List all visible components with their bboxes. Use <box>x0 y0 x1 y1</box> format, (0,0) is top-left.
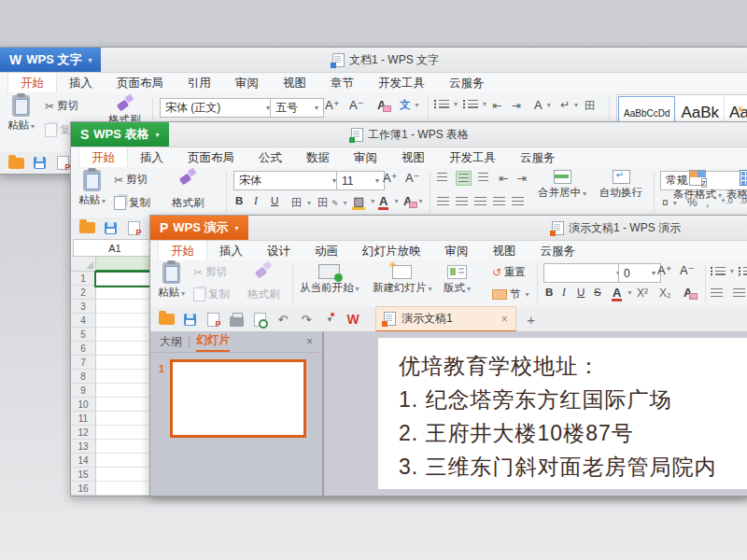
paste-button[interactable]: 粘贴 <box>7 95 35 133</box>
writer-ribbon-tab[interactable]: 引用 <box>176 73 223 93</box>
sheet-ribbon-tab[interactable]: 审阅 <box>342 147 389 168</box>
number-list-button[interactable] <box>463 99 486 108</box>
writer-app-button[interactable]: W WPS 文字 ▾ <box>0 48 101 72</box>
clear-format-button[interactable]: A <box>375 98 388 112</box>
sheet-ribbon-tab[interactable]: 开始 <box>78 147 128 168</box>
writer-ribbon-tab[interactable]: 视图 <box>271 73 318 93</box>
sheet-ribbon-tab[interactable]: 插入 <box>128 147 176 168</box>
open-folder-button[interactable] <box>158 311 175 328</box>
format-painter-button[interactable]: 格式刷 <box>172 196 204 210</box>
writer-ribbon-tab[interactable]: 云服务 <box>437 73 497 93</box>
row-header[interactable]: 16 <box>71 482 96 496</box>
section-button[interactable]: 节 <box>492 287 529 301</box>
row-header[interactable]: 3 <box>71 300 96 314</box>
paragraph-mark-button[interactable]: ↵ <box>560 98 578 111</box>
subscript-button[interactable]: X₂ <box>659 287 671 300</box>
pane-close-icon[interactable]: × <box>306 335 313 348</box>
align-left-button[interactable] <box>437 197 449 206</box>
save-button[interactable] <box>102 219 119 236</box>
conditional-format-button[interactable]: 条件格式 <box>673 170 722 202</box>
writer-ribbon-tab[interactable]: 审阅 <box>223 73 271 93</box>
writer-ribbon-tab[interactable]: 开发工具 <box>366 73 437 93</box>
writer-ribbon-tab[interactable]: 插入 <box>57 73 105 93</box>
open-folder-button[interactable] <box>78 219 95 236</box>
cut-button[interactable]: ✂ 剪切 <box>45 99 78 113</box>
row-header[interactable]: 13 <box>71 440 96 454</box>
sheet-ribbon-tab[interactable]: 云服务 <box>508 147 568 168</box>
row-header[interactable]: 1 <box>71 272 96 286</box>
ppt-ribbon-tab[interactable]: 云服务 <box>529 241 588 261</box>
sheet-app-button[interactable]: S WPS 表格 ▾ <box>71 122 169 147</box>
wrap-text-button[interactable]: 自动换行 <box>599 170 642 200</box>
indent-decrease-button[interactable]: ⇤ <box>499 172 508 185</box>
strikethrough-button[interactable]: S <box>594 287 601 298</box>
save-button[interactable] <box>31 155 48 172</box>
italic-button[interactable]: I <box>254 195 258 206</box>
pinyin-button[interactable]: 文 <box>400 98 419 112</box>
superscript-button[interactable]: X² <box>637 287 648 300</box>
align-right-button[interactable] <box>474 197 486 206</box>
font-color-button[interactable]: A <box>377 194 398 208</box>
ppt-app-button[interactable]: P WPS 演示 ▾ <box>150 216 248 240</box>
row-header[interactable]: 2 <box>71 286 96 300</box>
name-box[interactable]: A1 <box>73 239 157 257</box>
document-tab[interactable]: 演示文稿1 × <box>375 306 516 332</box>
cut-button[interactable]: ✂ 剪切 <box>114 173 148 187</box>
save-button[interactable] <box>181 311 198 328</box>
row-header[interactable]: 14 <box>71 454 96 468</box>
ppt-ribbon-tab[interactable]: 设计 <box>255 241 303 261</box>
indent-decrease-button[interactable]: ⇤ <box>492 99 501 112</box>
paste-button[interactable]: 粘贴 <box>78 170 106 207</box>
ppt-ribbon-tab[interactable]: 幻灯片放映 <box>350 241 433 261</box>
distribute-button[interactable] <box>512 197 524 206</box>
sheet-ribbon-tab[interactable]: 视图 <box>389 147 437 168</box>
decrease-font-button[interactable]: A⁻ <box>349 98 364 112</box>
export-pdf-button[interactable] <box>204 311 221 328</box>
clear-format-button[interactable]: A <box>402 194 422 208</box>
ppt-font-size-combo[interactable]: 0 <box>618 263 661 283</box>
indent-increase-button[interactable]: ⇥ <box>517 172 527 185</box>
sheet-ribbon-tab[interactable]: 数据 <box>294 147 342 168</box>
increase-font-button[interactable]: A⁺ <box>383 171 398 185</box>
print-button[interactable] <box>228 311 245 328</box>
row-header[interactable]: 7 <box>71 356 96 370</box>
fill-color-button[interactable]: ▨ <box>351 194 374 208</box>
ppt-titlebar[interactable]: P WPS 演示 ▾ 演示文稿1 - WPS 演示 <box>150 216 747 241</box>
table-style-button[interactable]: 表格样式 <box>726 170 747 202</box>
undo-button[interactable]: ↶ <box>275 311 291 328</box>
writer-ribbon-tab[interactable]: 开始 <box>7 73 57 93</box>
format-painter-button[interactable]: 格式刷 <box>247 287 280 301</box>
sheet-ribbon-tab[interactable]: 页面布局 <box>176 147 247 168</box>
sheet-ribbon-tab[interactable]: 公式 <box>247 147 294 168</box>
align-middle-button[interactable] <box>456 171 472 186</box>
writer-font-size-combo[interactable]: 五号 <box>270 98 324 118</box>
slide-thumbnail[interactable] <box>170 359 306 438</box>
italic-button[interactable]: I <box>562 287 566 298</box>
align-justify-button[interactable] <box>493 197 505 206</box>
select-all-corner[interactable] <box>71 257 96 272</box>
writer-titlebar[interactable]: W WPS 文字 ▾ 文档1 - WPS 文字 <box>0 48 747 73</box>
export-pdf-button[interactable] <box>54 155 71 172</box>
slide-layout-button[interactable]: 版式 <box>444 262 471 295</box>
tab-outline[interactable]: 大纲 <box>160 334 182 350</box>
wps-home-button[interactable]: W <box>345 311 361 328</box>
row-header[interactable]: 10 <box>71 398 96 412</box>
sheet-font-size-combo[interactable]: 11 <box>336 171 385 190</box>
close-tab-icon[interactable]: × <box>501 313 508 326</box>
draw-border-button[interactable]: 田✎ <box>317 195 347 211</box>
ppt-ribbon-tab[interactable]: 视图 <box>481 241 529 261</box>
ppt-ribbon-tab[interactable]: 插入 <box>207 241 255 261</box>
merge-center-button[interactable]: 合并居中 <box>538 170 586 200</box>
row-header[interactable]: 6 <box>71 342 96 356</box>
row-header[interactable]: 11 <box>71 412 96 426</box>
writer-ribbon-tab[interactable]: 章节 <box>318 73 366 93</box>
row-header[interactable]: 15 <box>71 468 96 482</box>
bold-button[interactable]: B <box>235 195 243 206</box>
export-pdf-button[interactable] <box>125 219 142 236</box>
bullet-list-button[interactable] <box>434 99 458 108</box>
sheet-titlebar[interactable]: S WPS 表格 ▾ 工作簿1 - WPS 表格 <box>71 122 747 147</box>
writer-ribbon-tab[interactable]: 页面布局 <box>105 73 176 93</box>
copy-button[interactable]: 复制 <box>114 196 150 210</box>
increase-font-button[interactable]: A⁺ <box>325 98 340 112</box>
writer-font-name-combo[interactable]: 宋体 (正文) <box>160 98 275 118</box>
